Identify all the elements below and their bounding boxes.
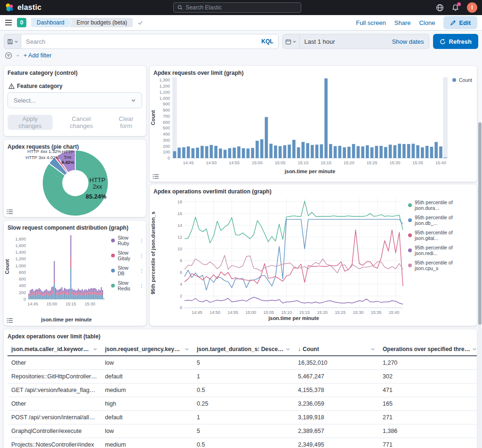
table-column-header[interactable]: Operations over specified threshold... xyxy=(379,344,477,356)
elastic-logo[interactable]: elastic xyxy=(5,3,41,12)
legend-more-icon[interactable]: ⋮ xyxy=(139,283,145,288)
svg-text:15:15: 15:15 xyxy=(65,302,76,306)
apply-changes-button[interactable]: Apply changes xyxy=(8,115,53,130)
table-column-header[interactable]: json.target_duration_s: Descending xyxy=(193,344,294,356)
legend-more-icon[interactable]: ⋮ xyxy=(139,238,145,243)
menu-icon[interactable] xyxy=(5,19,12,26)
chevron-down-icon xyxy=(14,40,18,44)
clone-button[interactable]: Clone xyxy=(419,19,435,26)
svg-text:1,000: 1,000 xyxy=(159,96,170,101)
table-column-header[interactable]: ↓Count xyxy=(294,344,379,356)
svg-text:15:30: 15:30 xyxy=(353,310,364,315)
chevron-down-icon xyxy=(131,98,136,103)
svg-text:100: 100 xyxy=(163,150,170,154)
table-cell: medium xyxy=(101,384,193,397)
chevron-down-icon[interactable] xyxy=(370,347,375,352)
table-cell: medium xyxy=(101,438,193,448)
chevron-down-icon[interactable] xyxy=(286,347,290,352)
legend-item[interactable]: Slow Ruby⋮ xyxy=(111,235,144,246)
bar-chart-canvas[interactable]: 01002003004005006007008009001,0001,1001,… xyxy=(150,74,477,175)
space-avatar[interactable]: 0 xyxy=(17,18,26,27)
legend-toggle-icon[interactable] xyxy=(153,174,159,179)
cloud-deployment-icon[interactable] xyxy=(436,4,444,12)
legend-label: Slow Ruby xyxy=(118,235,137,246)
svg-text:1,800: 1,800 xyxy=(15,237,26,241)
svg-text:json.time per minute: json.time per minute xyxy=(268,315,319,321)
table-row[interactable]: Projects::NotesController#indexmedium0.5… xyxy=(8,438,477,448)
legend-item[interactable]: Slow Gitaly⋮ xyxy=(111,250,144,261)
table-column-header[interactable]: json.request_urgency.keyword: Des... xyxy=(101,344,193,356)
legend-item[interactable]: Count xyxy=(452,77,472,83)
refresh-button[interactable]: Refresh xyxy=(433,34,478,49)
panel-apdex-requests-pie: Apdex requests (pie chart) HTTP2xx85.24%… xyxy=(4,140,146,217)
share-button[interactable]: Share xyxy=(394,19,411,26)
time-range-value[interactable]: Last 1 hour xyxy=(300,38,340,45)
svg-text:6: 6 xyxy=(180,270,182,275)
legend-item[interactable]: 95th percentile of json.gital... xyxy=(408,230,474,241)
table-row[interactable]: Otherlow516,352,0101,270 xyxy=(8,356,477,370)
filter-set-icon[interactable] xyxy=(5,52,12,59)
legend-item[interactable]: 95th percentile of json.cpu_s xyxy=(408,260,474,271)
kql-badge[interactable]: KQL xyxy=(261,38,273,45)
legend-item[interactable]: Slow Redis⋮ xyxy=(111,280,144,291)
clear-form-button[interactable]: Clear form xyxy=(110,115,142,129)
global-search[interactable] xyxy=(173,2,301,13)
legend-item[interactable]: 95th percentile of json.dura... xyxy=(408,200,474,211)
svg-text:HTTP: HTTP xyxy=(89,176,105,184)
chevron-down-icon xyxy=(292,40,297,44)
legend-color-dot xyxy=(408,248,412,252)
svg-text:15:30: 15:30 xyxy=(85,302,96,306)
chevron-down-icon[interactable] xyxy=(185,347,189,352)
legend-item[interactable]: Slow DB⋮ xyxy=(111,265,144,276)
quick-select-menu-button[interactable] xyxy=(283,34,300,48)
chevron-down-icon[interactable] xyxy=(16,54,20,57)
table-row[interactable]: Otherhigh0.253,236,059165 xyxy=(8,397,477,411)
table-column-header[interactable]: json.meta.caller_id.keyword: Desce... xyxy=(8,344,101,356)
page-scrollbar-thumb[interactable] xyxy=(478,122,482,325)
table-row[interactable]: GET /api/:version/feature_flags/unleash.… xyxy=(8,384,477,397)
user-avatar[interactable]: I xyxy=(467,2,477,13)
column-label: Count xyxy=(303,346,319,352)
panel-feature-category-control: Feature category (control) Feature categ… xyxy=(4,66,146,136)
notification-badge xyxy=(457,2,461,6)
legend-item[interactable]: 95th percentile of json.db_... xyxy=(408,215,474,226)
table-row[interactable]: Repositories::GitHttpController#info_ref… xyxy=(8,370,477,384)
legend-item[interactable]: 95th percentile of json.redi... xyxy=(408,245,474,256)
breadcrumb-dashboard[interactable]: Dashboard xyxy=(31,18,72,27)
table-row[interactable]: POST /api/:version/internal/alloweddefau… xyxy=(8,411,477,424)
svg-text:15:35: 15:35 xyxy=(412,160,423,165)
chevron-down-icon[interactable] xyxy=(93,347,97,352)
column-label: Operations over specified threshold... xyxy=(383,346,470,352)
saved-query-menu-button[interactable] xyxy=(4,34,21,49)
notifications-button[interactable] xyxy=(451,4,459,12)
kql-search-box[interactable]: KQL xyxy=(21,34,279,49)
table-row[interactable]: GraphqlController#executelow52,389,6571,… xyxy=(8,424,477,438)
table-cell: high xyxy=(101,397,193,411)
svg-text:300: 300 xyxy=(163,138,170,143)
svg-text:0: 0 xyxy=(24,297,26,302)
show-dates-button[interactable]: Show dates xyxy=(392,38,429,45)
legend-toggle-icon[interactable] xyxy=(7,318,13,323)
legend-toggle-icon[interactable] xyxy=(7,209,13,215)
pie-chart-canvas[interactable]: HTTP2xx85.24%HTTP5xx9.42%HTTP 4xx 1.32%H… xyxy=(4,147,146,217)
svg-text:15:20: 15:20 xyxy=(317,310,328,315)
svg-text:15:00: 15:00 xyxy=(252,160,263,165)
dashboard-grid: Feature category (control) Feature categ… xyxy=(0,62,482,448)
svg-text:800: 800 xyxy=(163,108,170,112)
global-search-input[interactable] xyxy=(185,4,297,11)
full-screen-button[interactable]: Full screen xyxy=(356,19,386,26)
page-scrollbar[interactable] xyxy=(478,121,482,448)
svg-text:18: 18 xyxy=(177,200,182,204)
kql-search-input[interactable] xyxy=(26,38,261,45)
table-cell: POST /api/:version/internal/allowed xyxy=(8,411,101,424)
add-filter-button[interactable]: + Add filter xyxy=(24,52,51,59)
chevron-down-icon[interactable] xyxy=(472,347,477,352)
feature-category-select[interactable]: Select... xyxy=(8,92,142,108)
cancel-changes-button[interactable]: Cancel changes xyxy=(59,115,104,129)
warning-icon xyxy=(8,83,15,89)
edit-button[interactable]: Edit xyxy=(443,16,477,29)
legend-color-dot xyxy=(111,269,115,272)
legend-more-icon[interactable]: ⋮ xyxy=(139,253,145,258)
svg-text:400: 400 xyxy=(19,283,26,288)
legend-more-icon[interactable]: ⋮ xyxy=(139,268,145,273)
